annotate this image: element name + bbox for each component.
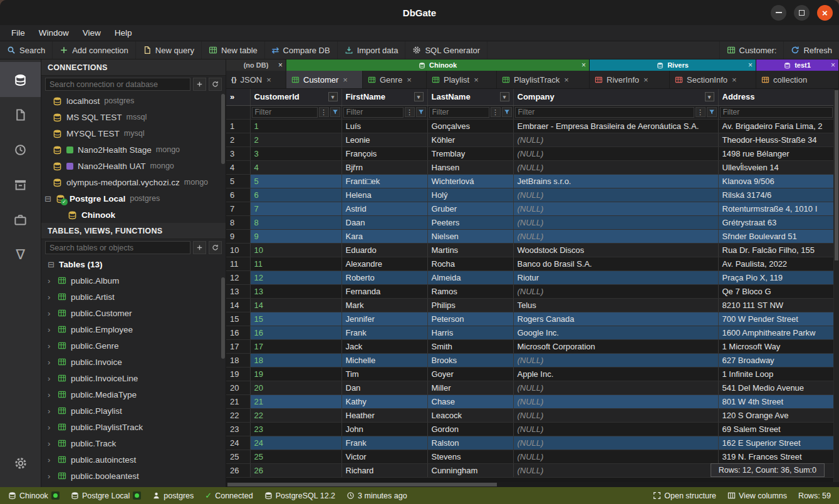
cell-address[interactable]: 801 W 4th Street [718, 394, 833, 408]
connection-postgre-local[interactable]: ⊟✓Postgre Localpostgres [41, 190, 226, 207]
cell-customerid[interactable]: 11 [250, 257, 341, 270]
cell-firstname[interactable]: Jack [341, 339, 427, 353]
menu-view[interactable]: View [76, 26, 108, 39]
db-group-tab-no-db[interactable]: (no DB)× [226, 59, 286, 71]
cell-company[interactable]: Telus [513, 298, 718, 312]
filter-input-address[interactable] [720, 107, 833, 118]
cell-lastname[interactable]: Martins [427, 243, 513, 257]
cell-address[interactable]: Qe 7 Bloco G [718, 284, 833, 298]
cell-company[interactable]: (NULL) [513, 436, 718, 450]
refresh-objects-button[interactable] [209, 241, 222, 254]
cell-firstname[interactable]: Astrid [341, 202, 427, 215]
cell-address[interactable]: Grétrystraat 63 [718, 215, 833, 229]
close-icon[interactable]: × [343, 75, 348, 85]
cell-company[interactable]: Microsoft Corporation [513, 339, 718, 353]
tab-collection[interactable]: collection [756, 71, 839, 88]
cell-company[interactable]: (NULL) [513, 381, 718, 394]
tab-customer[interactable]: Customer× [286, 71, 363, 88]
table-row[interactable]: 44BjřrnHansen(NULL)Ullevĺlsveien 14 [226, 160, 833, 174]
cell-lastname[interactable]: Wichterlová [427, 174, 513, 188]
column-header-lastname[interactable]: LastName▾ [427, 89, 513, 105]
cell-customerid[interactable]: 14 [250, 298, 341, 312]
table-row[interactable]: 1919TimGoyerApple Inc.1 Infinite Loop [226, 367, 833, 381]
table-row[interactable]: 2222HeatherLeacock(NULL)120 S Orange Ave [226, 408, 833, 422]
cell-lastname[interactable]: Stevens [427, 450, 513, 463]
cell-address[interactable]: 1600 Amphitheatre Parkw [718, 326, 833, 339]
table-item-public-invoiceline[interactable]: ›public.InvoiceLine [41, 370, 226, 386]
cell-address[interactable]: Praça Pio X, 119 [718, 270, 833, 284]
cell-lastname[interactable]: Brooks [427, 353, 513, 367]
status-chinook[interactable]: Chinook [3, 487, 65, 504]
cell-firstname[interactable]: Kara [341, 229, 427, 243]
tab-genre[interactable]: Genre× [363, 71, 427, 88]
cell-customerid[interactable]: 1 [250, 119, 341, 133]
cell-lastname[interactable]: Almeida [427, 270, 513, 284]
connections-search-input[interactable] [45, 78, 190, 91]
cell-firstname[interactable]: Eduardo [341, 243, 427, 257]
cell-address[interactable]: 120 S Orange Ave [718, 408, 833, 422]
cell-company[interactable]: (NULL) [513, 215, 718, 229]
cell-customerid[interactable]: 5 [250, 174, 341, 188]
cell-company[interactable]: (NULL) [513, 188, 718, 202]
cell-address[interactable]: 319 N. Frances Street [718, 450, 833, 463]
cell-customerid[interactable]: 8 [250, 215, 341, 229]
cell-customerid[interactable]: 19 [250, 367, 341, 381]
column-header-firstname[interactable]: FirstName▾ [341, 89, 427, 105]
cell-firstname[interactable]: Franti□ek [341, 174, 427, 188]
table-row[interactable]: 1717JackSmithMicrosoft Corporation1 Micr… [226, 339, 833, 353]
cell-address[interactable]: Rotenturmstraße 4, 1010 I [718, 202, 833, 215]
toolbar-sql-generator[interactable]: SQL Generator [405, 41, 487, 59]
cell-customerid[interactable]: 20 [250, 381, 341, 394]
table-item-public-track[interactable]: ›public.Track [41, 435, 226, 451]
status-postgre-local[interactable]: Postgre Local [65, 487, 147, 504]
table-row[interactable]: 22LeonieKöhler(NULL)Theodor-Heuss-Straße… [226, 133, 833, 147]
cell-lastname[interactable]: Goyer [427, 367, 513, 381]
tab-playlisttrack[interactable]: PlaylistTrack× [497, 71, 590, 88]
cell-address[interactable]: 1 Microsoft Way [718, 339, 833, 353]
table-item-public-mediatype[interactable]: ›public.MediaType [41, 386, 226, 403]
cell-lastname[interactable]: Miller [427, 381, 513, 394]
table-row[interactable]: 77AstridGruber(NULL)Rotenturmstraße 4, 1… [226, 202, 833, 215]
close-button[interactable]: × [817, 5, 833, 21]
toolbar-compare-db[interactable]: ⇄Compare DB [265, 41, 338, 59]
cell-company[interactable]: (NULL) [513, 408, 718, 422]
cell-lastname[interactable]: Philips [427, 298, 513, 312]
connection-olympus-medportal-vychozi-cz[interactable]: olympus-medportal.vychozi.czmongo [41, 174, 226, 190]
cell-company[interactable]: JetBrains s.r.o. [513, 174, 718, 188]
cell-firstname[interactable]: Luís [341, 119, 427, 133]
close-icon[interactable]: × [266, 75, 271, 85]
cell-company[interactable]: Rogers Canada [513, 312, 718, 326]
minimize-button[interactable] [771, 5, 786, 21]
collapse-icon[interactable]: ⊟ [48, 260, 55, 269]
menu-window[interactable]: Window [33, 26, 76, 39]
filter-funnel-button[interactable] [416, 107, 426, 117]
tables-scrollbar[interactable] [221, 277, 225, 359]
filter-funnel-button[interactable] [707, 107, 717, 117]
cell-lastname[interactable]: Chase [427, 394, 513, 408]
table-row[interactable]: 1212RobertoAlmeidaRioturPraça Pio X, 119 [226, 270, 833, 284]
cell-firstname[interactable]: Alexandre [341, 257, 427, 270]
table-row[interactable]: 1010EduardoMartinsWoodstock DiscosRua Dr… [226, 243, 833, 257]
table-row[interactable]: 1313FernandaRamos(NULL)Qe 7 Bloco G [226, 284, 833, 298]
cell-firstname[interactable]: Heather [341, 408, 427, 422]
cell-company[interactable]: (NULL) [513, 394, 718, 408]
table-row[interactable]: 55Franti□ekWichterlováJetBrains s.r.o.Kl… [226, 174, 833, 188]
cell-firstname[interactable]: Leonie [341, 133, 427, 147]
cell-company[interactable]: Woodstock Discos [513, 243, 718, 257]
db-group-tab-test1[interactable]: test1× [756, 59, 839, 71]
toolbar-add-connection[interactable]: Add connection [53, 41, 136, 59]
cell-address[interactable]: Theodor-Heuss-Straße 34 [718, 133, 833, 147]
cell-lastname[interactable]: Harris [427, 326, 513, 339]
cell-company[interactable]: (NULL) [513, 133, 718, 147]
cell-company[interactable]: (NULL) [513, 463, 718, 477]
table-row[interactable]: 2121KathyChase(NULL)801 W 4th Street [226, 394, 833, 408]
cell-customerid[interactable]: 13 [250, 284, 341, 298]
cell-firstname[interactable]: Bjřrn [341, 160, 427, 174]
activity-connections[interactable] [0, 62, 41, 97]
column-menu-button[interactable]: ▾ [705, 92, 714, 101]
cell-company[interactable]: Embraer - Empresa Brasileira de Aeronáut… [513, 119, 718, 133]
cell-customerid[interactable]: 9 [250, 229, 341, 243]
grid-vertical-scrollbar[interactable] [833, 89, 839, 482]
cell-customerid[interactable]: 26 [250, 463, 341, 477]
table-row[interactable]: 1111AlexandreRochaBanco do Brasil S.A.Av… [226, 257, 833, 270]
